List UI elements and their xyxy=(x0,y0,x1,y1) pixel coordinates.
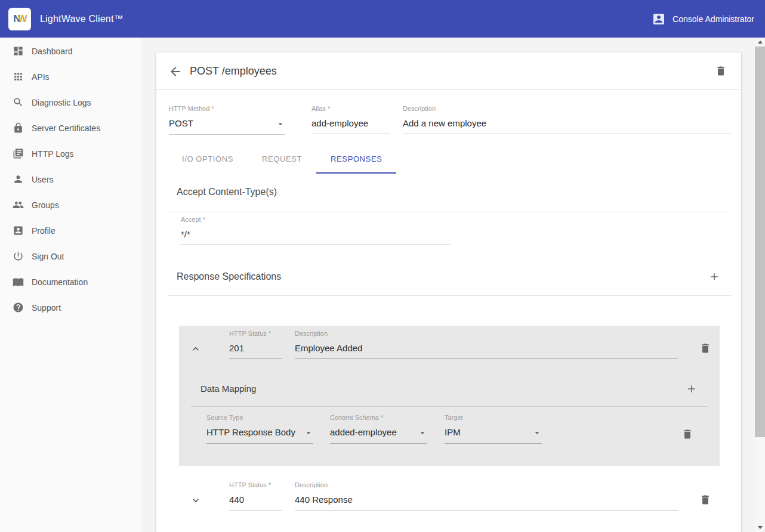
app-logo[interactable]: N W xyxy=(8,8,31,30)
accept-field[interactable]: Accept * */* xyxy=(181,216,451,245)
divider xyxy=(191,406,708,407)
content-schema-label: Content Schema * xyxy=(330,414,427,422)
sidebar-item-label: APIs xyxy=(32,72,50,82)
content-schema-value: added-employee xyxy=(330,427,397,437)
sidebar-item-http-logs[interactable]: HTTP Logs xyxy=(0,141,143,166)
alias-value: add-employee xyxy=(311,118,368,128)
sidebar-item-documentation[interactable]: Documentation xyxy=(0,269,143,295)
sidebar-nav: Dashboard APIs Diagnostic Logs Server Ce… xyxy=(0,38,143,532)
search-icon xyxy=(13,97,24,108)
scroll-up-icon xyxy=(758,41,763,44)
delete-response-button[interactable] xyxy=(699,494,711,506)
sidebar-item-groups[interactable]: Groups xyxy=(0,192,143,218)
trash-icon xyxy=(699,342,711,354)
vertical-scrollbar[interactable] xyxy=(755,38,765,532)
trash-icon xyxy=(681,428,693,440)
http-status-field[interactable]: HTTP Status * 440 xyxy=(229,481,282,511)
sidebar-item-label: Groups xyxy=(32,200,59,210)
back-button[interactable] xyxy=(168,64,183,79)
target-select[interactable]: Target IPM xyxy=(445,414,542,444)
data-mapping-heading: Data Mapping xyxy=(200,383,256,394)
sidebar-item-label: Support xyxy=(32,303,61,313)
http-status-value: 440 xyxy=(229,494,244,505)
tab-request[interactable]: REQUEST xyxy=(248,145,316,174)
sidebar-item-label: HTTP Logs xyxy=(32,149,74,159)
endpoint-editor-card: POST /employees HTTP Method * POST Alias… xyxy=(156,52,741,532)
sidebar-item-support[interactable]: Support xyxy=(0,295,143,320)
sidebar-item-label: Server Certificates xyxy=(32,123,100,133)
response-description-field[interactable]: Description 440 Response xyxy=(295,481,678,511)
open-book-icon xyxy=(13,276,24,287)
delete-endpoint-button[interactable] xyxy=(715,65,727,77)
delete-response-button[interactable] xyxy=(699,342,711,354)
target-value: IPM xyxy=(445,427,461,437)
content-schema-select[interactable]: Content Schema * added-employee xyxy=(330,414,427,444)
description-label: Description xyxy=(403,105,731,113)
top-app-bar: N W LightWave Client™ Console Administra… xyxy=(0,0,765,38)
trash-icon xyxy=(715,65,727,77)
dropdown-arrow-icon xyxy=(304,428,313,438)
target-label: Target xyxy=(445,414,542,422)
sidebar-item-server-certificates[interactable]: Server Certificates xyxy=(0,115,143,141)
people-icon xyxy=(13,199,24,211)
add-response-button[interactable] xyxy=(708,271,720,283)
add-data-mapping-button[interactable] xyxy=(686,383,698,395)
trash-icon xyxy=(699,494,711,506)
card-header: POST /employees xyxy=(156,52,741,90)
logo-letter-w: W xyxy=(18,13,26,25)
scroll-up-button[interactable] xyxy=(755,38,765,47)
response-description-field[interactable]: Description Employee Added xyxy=(295,330,678,359)
lock-icon xyxy=(13,122,24,134)
http-method-select[interactable]: HTTP Method * POST xyxy=(169,105,285,135)
response-specs-heading: Response Specifications xyxy=(177,271,281,282)
delete-data-mapping-button[interactable] xyxy=(681,428,693,440)
alias-label: Alias * xyxy=(311,105,390,113)
sidebar-item-diagnostic-logs[interactable]: Diagnostic Logs xyxy=(0,89,143,115)
http-status-label: HTTP Status * xyxy=(229,481,282,490)
sidebar-item-label: Profile xyxy=(32,226,55,236)
description-field[interactable]: Description Add a new employee xyxy=(403,105,731,134)
main-content: POST /employees HTTP Method * POST Alias… xyxy=(144,38,755,532)
accept-label: Accept * xyxy=(181,216,451,224)
http-status-label: HTTP Status * xyxy=(229,330,282,338)
help-icon xyxy=(13,302,24,313)
collapse-response-button[interactable] xyxy=(190,343,202,355)
response-description-value: Employee Added xyxy=(295,343,362,353)
source-type-label: Source Type xyxy=(206,414,313,422)
sidebar-item-users[interactable]: Users xyxy=(0,166,143,192)
sidebar-item-apis[interactable]: APIs xyxy=(0,64,143,89)
library-books-icon xyxy=(13,148,24,159)
scrollbar-thumb[interactable] xyxy=(755,47,765,437)
accept-value: */* xyxy=(181,229,190,239)
scroll-down-button[interactable] xyxy=(755,523,765,532)
plus-icon xyxy=(686,383,698,395)
scroll-down-icon xyxy=(758,526,763,529)
sidebar-item-sign-out[interactable]: Sign Out xyxy=(0,243,143,269)
source-type-select[interactable]: Source Type HTTP Response Body xyxy=(206,414,313,444)
accept-section-heading: Accept Content-Type(s) xyxy=(177,187,277,197)
apps-grid-icon xyxy=(13,71,24,82)
sidebar-item-profile[interactable]: Profile xyxy=(0,218,143,243)
response-description-value: 440 Response xyxy=(295,494,353,505)
alias-field[interactable]: Alias * add-employee xyxy=(311,105,390,134)
description-value: Add a new employee xyxy=(403,118,486,128)
page-title: POST /employees xyxy=(190,52,277,90)
sidebar-item-label: Users xyxy=(32,175,54,184)
http-status-field[interactable]: HTTP Status * 201 xyxy=(229,330,282,359)
response-description-label: Description xyxy=(295,330,678,338)
tab-io-options[interactable]: I/O OPTIONS xyxy=(168,145,248,174)
dropdown-arrow-icon xyxy=(418,428,427,438)
expand-response-button[interactable] xyxy=(190,494,202,506)
plus-icon xyxy=(708,271,720,283)
dropdown-arrow-icon xyxy=(276,119,285,129)
response-row: HTTP Status * 201 Description Employee A… xyxy=(179,326,720,370)
user-menu-button[interactable]: Console Administrator xyxy=(652,12,754,26)
sidebar-item-label: Dashboard xyxy=(32,47,73,56)
account-box-icon xyxy=(652,12,666,26)
http-method-label: HTTP Method * xyxy=(169,105,285,113)
tab-bar: I/O OPTIONS REQUEST RESPONSES xyxy=(168,145,396,174)
sidebar-item-dashboard[interactable]: Dashboard xyxy=(0,38,143,64)
sidebar-item-label: Sign Out xyxy=(32,252,64,261)
data-mapping-row: Source Type HTTP Response Body Content S… xyxy=(206,414,720,462)
tab-responses[interactable]: RESPONSES xyxy=(316,145,396,174)
